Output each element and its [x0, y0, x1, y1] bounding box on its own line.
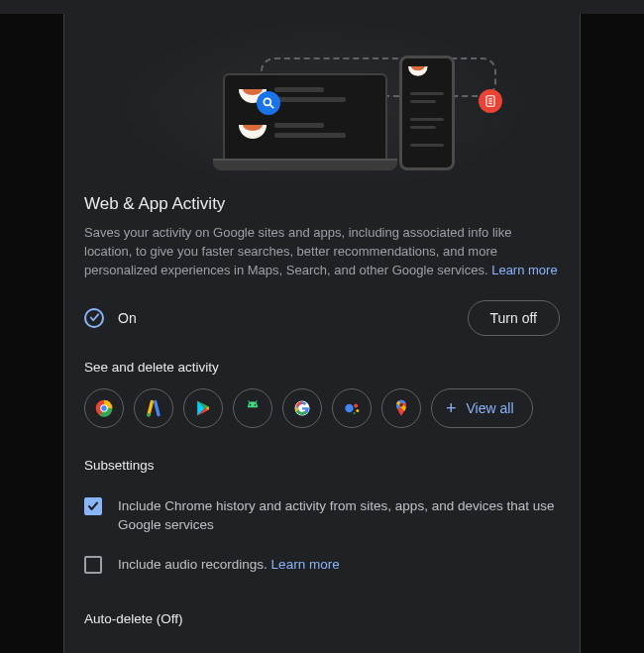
search-icon: [257, 91, 280, 115]
svg-point-8: [101, 405, 106, 410]
subsetting-chrome-history: Include Chrome history and activity from…: [84, 487, 560, 545]
page-description: Saves your activity on Google sites and …: [84, 224, 560, 280]
assistant-icon[interactable]: [332, 388, 372, 428]
svg-point-9: [147, 412, 151, 416]
status-row: On Turn off: [84, 280, 560, 354]
svg-point-17: [356, 409, 359, 412]
maps-icon[interactable]: [381, 388, 421, 428]
settings-panel: Web & App Activity Saves your activity o…: [63, 14, 581, 653]
svg-point-0: [264, 98, 270, 105]
svg-point-11: [255, 403, 257, 405]
activity-section-label: See and delete activity: [84, 354, 560, 388]
subsetting-audio-label: Include audio recordings. Learn more: [118, 555, 340, 575]
learn-more-link[interactable]: Learn more: [491, 263, 557, 277]
check-circle-icon: [84, 308, 104, 328]
turn-off-button[interactable]: Turn off: [468, 300, 560, 336]
play-icon[interactable]: [183, 388, 223, 428]
auto-delete-option[interactable]: Choose an auto-delete option: [84, 640, 560, 653]
plus-icon: +: [446, 399, 457, 417]
subsetting-chrome-history-label: Include Chrome history and activity from…: [118, 496, 560, 535]
svg-point-10: [250, 403, 252, 405]
subsetting-audio: Include audio recordings. Learn more: [84, 545, 560, 585]
hero-illustration: [64, 14, 580, 182]
svg-line-13: [256, 400, 258, 403]
ads-icon[interactable]: [134, 388, 173, 428]
svg-point-18: [353, 411, 355, 413]
google-icon[interactable]: [282, 388, 322, 428]
svg-point-16: [354, 403, 358, 407]
svg-line-12: [249, 400, 251, 403]
chrome-icon[interactable]: [84, 388, 124, 428]
status-label: On: [118, 310, 137, 326]
window-top-bar: [0, 0, 644, 14]
checkbox-checked[interactable]: [84, 497, 102, 515]
learn-more-link[interactable]: Learn more: [271, 557, 340, 572]
document-icon: [479, 89, 502, 113]
svg-point-19: [399, 402, 403, 406]
android-icon[interactable]: [233, 388, 272, 428]
auto-delete-label: Auto-delete (Off): [84, 605, 560, 640]
checkbox-unchecked[interactable]: [84, 556, 102, 574]
svg-point-15: [345, 403, 353, 411]
page-title: Web & App Activity: [84, 188, 560, 224]
svg-line-1: [270, 105, 274, 109]
subsettings-label: Subsettings: [84, 452, 560, 487]
app-icons-row: + View all: [84, 388, 560, 428]
view-all-button[interactable]: + View all: [431, 388, 533, 428]
